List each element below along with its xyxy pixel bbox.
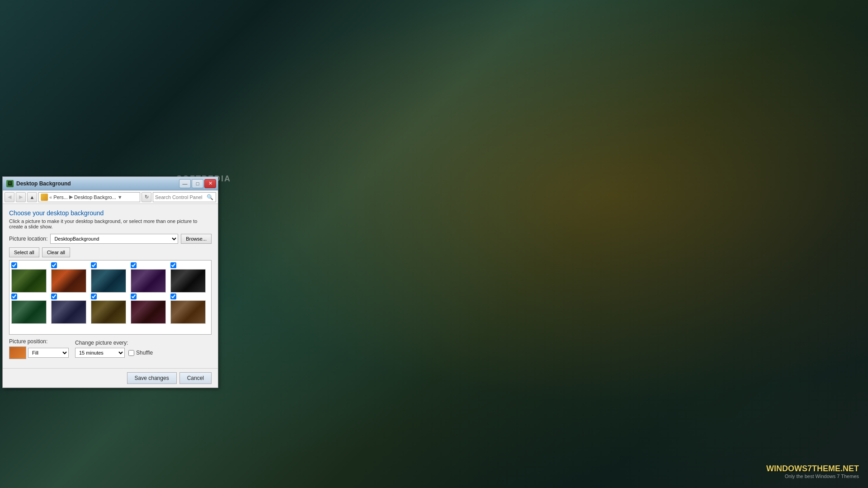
thumb-checkbox-6[interactable] xyxy=(11,294,17,299)
path-icon xyxy=(41,194,48,201)
title-bar-text: Desktop Background xyxy=(16,180,71,187)
path-sep1: « xyxy=(49,194,52,200)
thumb-checkbox-10[interactable] xyxy=(170,294,176,299)
back-button[interactable]: ◀ xyxy=(5,192,14,202)
save-changes-button[interactable]: Save changes xyxy=(127,372,177,384)
dialog-subtitle: Click a picture to make it your desktop … xyxy=(9,218,212,229)
select-all-button[interactable]: Select all xyxy=(9,247,39,257)
search-input[interactable] xyxy=(155,194,206,200)
path-part1: Pers... xyxy=(53,194,68,200)
up-button[interactable]: ▲ xyxy=(27,192,37,202)
dialog-content: Choose your desktop background Click a p… xyxy=(3,204,218,368)
thumb-checkbox-4[interactable] xyxy=(131,262,137,268)
list-item[interactable] xyxy=(131,294,170,324)
thumb-checkbox-3[interactable] xyxy=(91,262,97,268)
picture-location-select[interactable]: DesktopBackground xyxy=(50,234,178,244)
dialog-footer: Save changes Cancel xyxy=(3,368,218,388)
maximize-button[interactable]: □ xyxy=(192,179,203,188)
thumbnail-image-2 xyxy=(51,269,86,293)
shuffle-row: Shuffle xyxy=(128,350,153,356)
thumbnail-image-3 xyxy=(91,269,126,293)
cancel-button[interactable]: Cancel xyxy=(179,372,212,384)
thumb-checkbox-7[interactable] xyxy=(51,294,57,299)
path-dropdown: ▼ xyxy=(118,194,123,200)
change-picture-group: Change picture every: 10 seconds 30 seco… xyxy=(75,340,153,358)
change-picture-controls: 10 seconds 30 seconds 1 minute 2 minutes… xyxy=(75,348,153,358)
list-item[interactable] xyxy=(51,294,90,324)
thumbnail-image-10 xyxy=(170,300,206,324)
title-bar: 🖼 Desktop Background — □ ✕ xyxy=(3,177,218,190)
thumbnail-grid xyxy=(9,261,211,326)
watermark: WINDOWS7THEME.NET Only the best Windows … xyxy=(766,464,859,479)
thumbnail-image-8 xyxy=(91,300,126,324)
thumb-checkbox-2[interactable] xyxy=(51,262,57,268)
title-bar-buttons: — □ ✕ xyxy=(179,179,216,188)
picture-location-row: Picture location: DesktopBackground Brow… xyxy=(9,234,212,244)
thumbnail-image-9 xyxy=(131,300,166,324)
watermark-logo: WINDOWS7THEME.NET xyxy=(766,464,859,474)
list-item[interactable] xyxy=(91,262,130,293)
picture-location-label: Picture location: xyxy=(9,236,47,242)
list-item[interactable] xyxy=(91,294,130,324)
minimize-button[interactable]: — xyxy=(179,179,191,188)
position-thumbnail xyxy=(9,346,26,359)
change-picture-label: Change picture every: xyxy=(75,340,153,346)
path-arrow1: ▶ xyxy=(69,194,73,200)
thumbnail-image-4 xyxy=(131,269,166,293)
search-box[interactable]: 🔍 xyxy=(153,192,216,202)
picture-position-group: Picture position: Fill Fit Stretch Tile … xyxy=(9,338,69,359)
picture-position-label: Picture position: xyxy=(9,338,69,345)
list-item[interactable] xyxy=(51,262,90,293)
thumbnail-image-1 xyxy=(11,269,47,293)
desktop-background-dialog: 🖼 Desktop Background — □ ✕ ◀ ▶ ▲ « Pers.… xyxy=(2,176,218,388)
position-preview: Fill Fit Stretch Tile Center xyxy=(9,346,69,359)
select-clear-row: Select all Clear all xyxy=(9,247,212,257)
watermark-sub: Only the best Windows 7 Themes xyxy=(766,474,859,479)
thumbnail-image-5 xyxy=(170,269,206,293)
position-select[interactable]: Fill Fit Stretch Tile Center xyxy=(28,348,69,358)
thumb-checkbox-9[interactable] xyxy=(131,294,137,299)
list-item[interactable] xyxy=(11,294,50,324)
interval-select[interactable]: 10 seconds 30 seconds 1 minute 2 minutes… xyxy=(75,348,125,358)
list-item[interactable] xyxy=(170,262,209,293)
thumb-checkbox-8[interactable] xyxy=(91,294,97,299)
path-part2: Desktop Backgro... xyxy=(74,194,116,200)
list-item[interactable] xyxy=(170,294,209,324)
address-bar: ◀ ▶ ▲ « Pers... ▶ Desktop Backgro... ▼ ↻… xyxy=(3,190,218,204)
thumbnail-image-6 xyxy=(11,300,47,324)
bottom-controls: Picture position: Fill Fit Stretch Tile … xyxy=(9,338,212,359)
list-item[interactable] xyxy=(11,262,50,293)
forward-button[interactable]: ▶ xyxy=(16,192,26,202)
search-icon[interactable]: 🔍 xyxy=(206,193,214,202)
thumbnail-grid-container[interactable] xyxy=(9,260,212,335)
title-bar-icon: 🖼 xyxy=(6,180,14,187)
address-path[interactable]: « Pers... ▶ Desktop Backgro... ▼ xyxy=(38,192,140,202)
clear-all-button[interactable]: Clear all xyxy=(42,247,70,257)
thumb-checkbox-5[interactable] xyxy=(170,262,176,268)
list-item[interactable] xyxy=(131,262,170,293)
refresh-button[interactable]: ↻ xyxy=(142,192,151,202)
dialog-heading: Choose your desktop background xyxy=(9,209,212,217)
close-button[interactable]: ✕ xyxy=(204,179,216,188)
browse-button[interactable]: Browse... xyxy=(181,234,212,244)
shuffle-checkbox[interactable] xyxy=(128,350,134,356)
title-bar-left: 🖼 Desktop Background xyxy=(6,180,71,187)
thumbnail-image-7 xyxy=(51,300,86,324)
thumb-checkbox-1[interactable] xyxy=(11,262,17,268)
shuffle-label: Shuffle xyxy=(136,350,153,356)
